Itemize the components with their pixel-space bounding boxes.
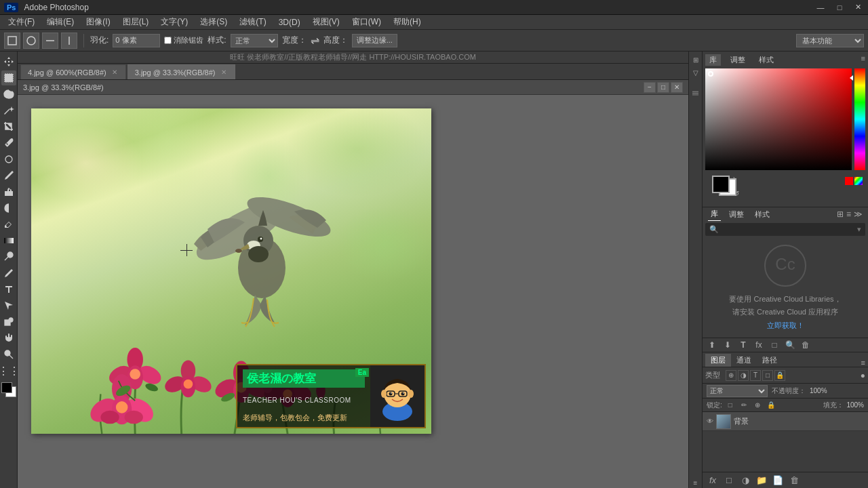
tool-zoom[interactable] xyxy=(1,347,16,362)
side-btn-1[interactable]: ⊞ xyxy=(690,54,701,65)
layer-filter-shape[interactable]: □ xyxy=(762,370,773,381)
tool-move[interactable] xyxy=(1,54,16,69)
tool-stamp[interactable] xyxy=(1,184,16,199)
color-picker-area[interactable] xyxy=(705,68,865,170)
lib-btn-download[interactable]: ⬇ xyxy=(721,339,734,351)
tool-gradient[interactable] xyxy=(1,233,16,248)
tool-row-marquee[interactable] xyxy=(42,33,58,49)
layer-btn-delete[interactable]: 🗑 xyxy=(787,474,802,487)
tool-pen[interactable] xyxy=(1,266,16,281)
menu-filter[interactable]: 滤镜(T) xyxy=(234,15,271,29)
tool-hand[interactable] xyxy=(1,331,16,346)
menu-3d[interactable]: 3D(D) xyxy=(273,16,306,28)
lock-icon-draw[interactable]: ✏ xyxy=(738,400,749,411)
layer-btn-new[interactable]: 📄 xyxy=(770,474,785,487)
layer-mode-select[interactable]: 正常 xyxy=(707,385,768,397)
lib-tab-libraries[interactable]: 库 xyxy=(708,207,721,221)
side-btn-2[interactable]: ▽ xyxy=(690,67,701,78)
lib-search-dropdown[interactable]: ▾ xyxy=(857,225,861,234)
layer-filter-smart[interactable]: 🔒 xyxy=(774,370,785,381)
menu-edit[interactable]: 编辑(E) xyxy=(41,15,79,29)
menu-text[interactable]: 文字(Y) xyxy=(155,15,193,29)
lib-btn-upload[interactable]: ⬆ xyxy=(705,339,719,351)
doc-close-btn[interactable]: ✕ xyxy=(671,82,683,93)
color-hue-bar[interactable] xyxy=(854,68,865,170)
tool-eyedropper[interactable] xyxy=(1,136,16,150)
tool-eraser[interactable] xyxy=(1,217,16,232)
doc-tab-2[interactable]: 3.jpg @ 33.3%(RGB/8#) ✕ xyxy=(127,64,235,79)
doc-tab-1[interactable]: 4.jpg @ 600%(RGB/8#) ✕ xyxy=(20,64,126,79)
layer-btn-group[interactable]: 📁 xyxy=(754,474,769,487)
lib-grid-view-icon[interactable]: ⊞ xyxy=(837,209,844,219)
preset-select[interactable]: 基本功能 xyxy=(796,34,864,47)
tool-marquee[interactable] xyxy=(1,70,16,85)
layer-tab-paths[interactable]: 路径 xyxy=(757,354,783,367)
table-row[interactable]: 👁 背景 xyxy=(703,412,868,431)
layer-btn-mask[interactable]: □ xyxy=(722,474,736,487)
lib-search-input[interactable] xyxy=(722,225,854,233)
minimize-button[interactable]: — xyxy=(811,0,830,15)
tool-dodge[interactable] xyxy=(1,249,16,264)
style-select[interactable]: 正常 xyxy=(231,34,278,47)
canvas-container[interactable]: 侯老濕の教室 TEACHER HOU'S CLASSROOM 老师辅导，包教包会… xyxy=(18,95,688,488)
menu-help[interactable]: 帮助(H) xyxy=(388,15,427,29)
lib-menu-icon[interactable]: ≫ xyxy=(854,209,863,219)
menu-window[interactable]: 窗口(W) xyxy=(347,15,387,29)
fg-swatch[interactable] xyxy=(712,176,730,193)
menu-view[interactable]: 视图(V) xyxy=(307,15,345,29)
swatch-rainbow[interactable] xyxy=(854,177,863,185)
fg-bg-color-block[interactable] xyxy=(1,382,16,400)
tool-magic-wand[interactable] xyxy=(1,103,16,118)
doc-restore-btn[interactable]: □ xyxy=(657,82,669,93)
color-panel-menu[interactable]: ≡ xyxy=(861,54,865,66)
lib-search-bar[interactable]: 🔍 ▾ xyxy=(705,223,865,236)
tool-brush[interactable] xyxy=(1,168,16,183)
layer-tab-channels[interactable]: 通道 xyxy=(731,354,757,367)
adjust-edge-button[interactable]: 调整边缘... xyxy=(352,34,397,47)
color-tab-style[interactable]: 样式 xyxy=(755,54,778,66)
tool-history-brush[interactable] xyxy=(1,201,16,216)
close-button[interactable]: ✕ xyxy=(849,0,868,15)
cc-download-link[interactable]: 立即获取！ xyxy=(767,321,804,331)
menu-select[interactable]: 选择(S) xyxy=(195,15,233,29)
tool-crop[interactable] xyxy=(1,119,16,134)
lock-icon-move[interactable]: ⊕ xyxy=(752,400,763,411)
lock-icon-all[interactable]: 🔒 xyxy=(766,400,776,411)
swatch-red[interactable] xyxy=(845,177,853,185)
tool-col-marquee[interactable] xyxy=(61,33,77,49)
color-tab-adjust[interactable]: 调整 xyxy=(726,54,749,66)
lock-icon-pixel[interactable]: □ xyxy=(725,400,736,411)
color-tab-lib[interactable]: 库 xyxy=(705,54,721,66)
lib-list-view-icon[interactable]: ≡ xyxy=(846,209,851,219)
lib-tab-adjust[interactable]: 调整 xyxy=(726,208,747,221)
lib-tab-styles[interactable]: 样式 xyxy=(752,208,772,221)
fg-color-swatch[interactable] xyxy=(1,382,12,393)
side-btn-3[interactable]: ||| xyxy=(690,80,701,107)
lib-btn-trash[interactable]: 🗑 xyxy=(799,339,812,351)
menu-layer[interactable]: 图层(L) xyxy=(117,15,155,29)
layer-visibility-icon[interactable]: 👁 xyxy=(707,418,713,425)
layer-filter-adjust[interactable]: ◑ xyxy=(738,370,749,381)
layer-tab-layers[interactable]: 图层 xyxy=(705,354,731,367)
tool-path-select[interactable] xyxy=(1,298,16,313)
layer-panel-menu[interactable]: ≡ xyxy=(861,359,865,367)
lib-btn-text[interactable]: T xyxy=(736,339,750,351)
menu-file[interactable]: 文件(F) xyxy=(3,15,40,29)
lib-btn-search2[interactable]: 🔍 xyxy=(783,339,797,351)
tool-healing[interactable] xyxy=(1,152,16,167)
layer-btn-adjustment[interactable]: ◑ xyxy=(738,474,753,487)
maximize-button[interactable]: □ xyxy=(830,0,849,15)
doc-tab-2-close[interactable]: ✕ xyxy=(220,68,228,77)
layer-filter-pixel[interactable]: ⊕ xyxy=(726,370,736,381)
tool-rect-marquee[interactable] xyxy=(4,33,20,49)
swap-arrow[interactable]: ⇌ xyxy=(311,34,319,47)
side-btn-bottom[interactable]: ≡ xyxy=(690,477,701,488)
tool-extra[interactable]: ⋮⋮ xyxy=(1,363,16,378)
layer-btn-fx[interactable]: fx xyxy=(705,474,720,487)
anti-alias-checkbox[interactable] xyxy=(164,37,172,44)
tool-ellipse-marquee[interactable] xyxy=(23,33,39,49)
menu-image[interactable]: 图像(I) xyxy=(81,15,115,29)
tool-lasso[interactable] xyxy=(1,87,16,102)
titlebar-controls[interactable]: — □ ✕ xyxy=(811,0,868,15)
layer-filter-text[interactable]: T xyxy=(750,370,761,381)
